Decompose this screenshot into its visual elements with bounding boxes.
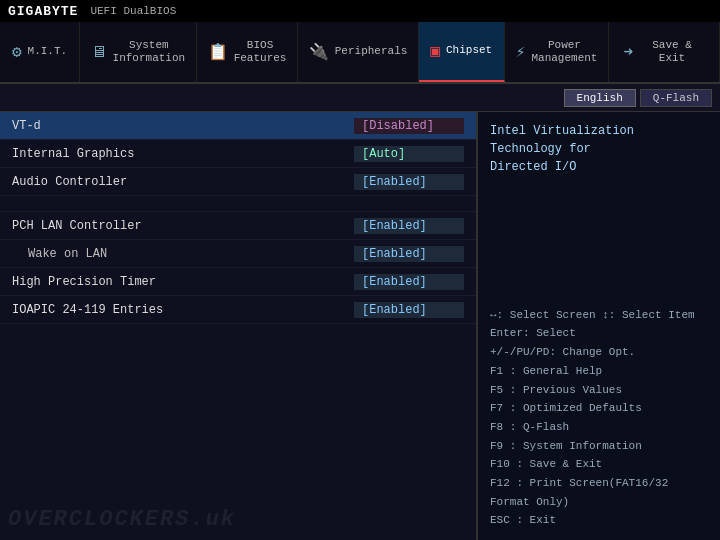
setting-row-ioapic[interactable]: IOAPIC 24-119 Entries [Enabled] xyxy=(0,296,476,324)
help-box: ↔: Select Screen ↕: Select ItemEnter: Se… xyxy=(490,306,708,530)
nav-label-mit: M.I.T. xyxy=(28,45,68,58)
setting-value-ioapic: [Enabled] xyxy=(354,302,464,318)
setting-value-audio-controller: [Enabled] xyxy=(354,174,464,190)
lang-bar: English Q-Flash xyxy=(0,84,720,112)
setting-name-internal-graphics: Internal Graphics xyxy=(12,147,354,161)
setting-name-ioapic: IOAPIC 24-119 Entries xyxy=(12,303,354,317)
spacer-row xyxy=(0,196,476,212)
setting-value-high-precision-timer: [Enabled] xyxy=(354,274,464,290)
nav-bar: ⚙ M.I.T. 🖥 SystemInformation 📋 BIOSFeatu… xyxy=(0,22,720,84)
nav-label-bios-features: BIOSFeatures xyxy=(234,39,287,65)
settings-panel: VT-d [Disabled] Internal Graphics [Auto]… xyxy=(0,112,478,540)
setting-name-audio-controller: Audio Controller xyxy=(12,175,354,189)
help-line: F9 : System Information xyxy=(490,437,708,456)
setting-row-wake-on-lan[interactable]: Wake on LAN [Enabled] xyxy=(0,240,476,268)
help-line: F12 : Print Screen(FAT16/32 Format Only) xyxy=(490,474,708,511)
setting-row-audio-controller[interactable]: Audio Controller [Enabled] xyxy=(0,168,476,196)
qflash-button[interactable]: Q-Flash xyxy=(640,89,712,107)
right-panel: Intel Virtualization Technology forDirec… xyxy=(478,112,720,540)
nav-label-chipset: Chipset xyxy=(446,44,492,57)
save-exit-icon: ➜ xyxy=(623,42,633,62)
nav-item-chipset[interactable]: ▣ Chipset xyxy=(419,22,505,82)
setting-row-internal-graphics[interactable]: Internal Graphics [Auto] xyxy=(0,140,476,168)
setting-row-pch-lan[interactable]: PCH LAN Controller [Enabled] xyxy=(0,212,476,240)
power-icon: ⚡ xyxy=(516,42,526,62)
setting-value-vt-d: [Disabled] xyxy=(354,118,464,134)
mit-icon: ⚙ xyxy=(12,42,22,62)
help-line: F8 : Q-Flash xyxy=(490,418,708,437)
help-line: F7 : Optimized Defaults xyxy=(490,399,708,418)
setting-name-pch-lan: PCH LAN Controller xyxy=(12,219,354,233)
description-box: Intel Virtualization Technology forDirec… xyxy=(490,122,708,182)
nav-item-power-management[interactable]: ⚡ PowerManagement xyxy=(505,22,610,82)
help-line: F1 : General Help xyxy=(490,362,708,381)
bios-features-icon: 📋 xyxy=(208,42,228,62)
main-content: VT-d [Disabled] Internal Graphics [Auto]… xyxy=(0,112,720,540)
help-line: ESC : Exit xyxy=(490,511,708,530)
nav-item-save-exit[interactable]: ➜ Save & Exit xyxy=(609,22,720,82)
setting-row-vt-d[interactable]: VT-d [Disabled] xyxy=(0,112,476,140)
description-text: Intel Virtualization Technology forDirec… xyxy=(490,124,634,174)
help-line: +/-/PU/PD: Change Opt. xyxy=(490,343,708,362)
setting-name-high-precision-timer: High Precision Timer xyxy=(12,275,354,289)
nav-label-peripherals: Peripherals xyxy=(335,45,408,58)
english-button[interactable]: English xyxy=(564,89,636,107)
chipset-icon: ▣ xyxy=(430,41,440,61)
setting-value-pch-lan: [Enabled] xyxy=(354,218,464,234)
setting-name-vt-d: VT-d xyxy=(12,119,354,133)
top-bar: GIGABYTE UEFI DualBIOS xyxy=(0,0,720,22)
nav-item-bios-features[interactable]: 📋 BIOSFeatures xyxy=(197,22,299,82)
nav-label-save-exit: Save & Exit xyxy=(639,39,705,65)
help-line: Enter: Select xyxy=(490,324,708,343)
setting-value-internal-graphics: [Auto] xyxy=(354,146,464,162)
gigabyte-logo: GIGABYTE xyxy=(8,4,78,19)
nav-item-peripherals[interactable]: 🔌 Peripherals xyxy=(298,22,418,82)
system-info-icon: 🖥 xyxy=(91,43,107,62)
help-line: F10 : Save & Exit xyxy=(490,455,708,474)
help-line: F5 : Previous Values xyxy=(490,381,708,400)
help-line: ↔: Select Screen ↕: Select Item xyxy=(490,306,708,325)
uefi-label: UEFI DualBIOS xyxy=(90,5,176,17)
nav-item-mit[interactable]: ⚙ M.I.T. xyxy=(0,22,80,82)
nav-label-power-management: PowerManagement xyxy=(531,39,597,65)
nav-item-system-information[interactable]: 🖥 SystemInformation xyxy=(80,22,197,82)
setting-value-wake-on-lan: [Enabled] xyxy=(354,246,464,262)
setting-row-high-precision-timer[interactable]: High Precision Timer [Enabled] xyxy=(0,268,476,296)
nav-label-system-information: SystemInformation xyxy=(113,39,186,65)
peripherals-icon: 🔌 xyxy=(309,42,329,62)
setting-name-wake-on-lan: Wake on LAN xyxy=(12,247,354,261)
